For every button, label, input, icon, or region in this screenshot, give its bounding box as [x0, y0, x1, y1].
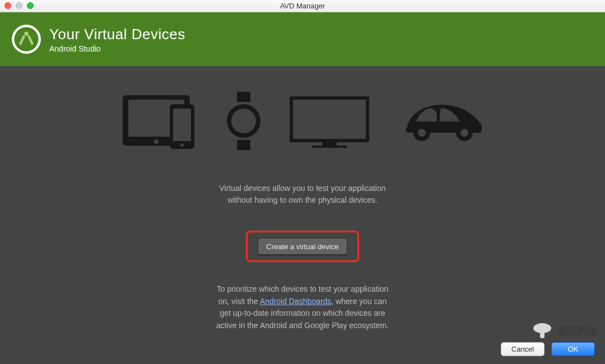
svg-point-20: [418, 129, 426, 137]
main-panel: Virtual devices allow you to test your a…: [0, 66, 605, 364]
info-line: on, visit the: [218, 297, 260, 306]
svg-rect-11: [237, 92, 250, 102]
window-title: AVD Manager: [0, 2, 605, 10]
description-line: without having to own the physical devic…: [227, 195, 378, 204]
car-icon: [397, 97, 483, 147]
svg-rect-18: [312, 146, 347, 148]
tv-icon: [287, 92, 371, 152]
svg-rect-16: [293, 100, 366, 139]
info-text: To prioritize which devices to test your…: [0, 283, 605, 332]
svg-point-22: [460, 129, 468, 137]
info-line: To prioritize which devices to test your…: [217, 284, 389, 293]
android-dashboards-link[interactable]: Android Dashboards: [260, 297, 332, 306]
ok-button[interactable]: OK: [551, 342, 595, 356]
svg-point-2: [24, 32, 29, 36]
info-line: get up-to-date information on which devi…: [220, 309, 385, 318]
page-subtitle: Android Studio: [49, 44, 185, 53]
svg-rect-12: [237, 140, 250, 150]
svg-point-1: [14, 27, 38, 51]
svg-rect-24: [540, 332, 544, 338]
svg-rect-17: [322, 142, 337, 146]
svg-rect-9: [173, 109, 191, 141]
device-illustration-row: [0, 66, 605, 152]
svg-point-10: [180, 143, 184, 147]
highlight-ring: Create a virtual device: [246, 231, 359, 262]
android-studio-icon: [11, 24, 41, 54]
watch-icon: [226, 92, 262, 152]
page-title: Your Virtual Devices: [49, 26, 185, 43]
description-line: Virtual devices allow you to test your a…: [219, 184, 385, 193]
svg-point-14: [231, 109, 256, 133]
dialog-footer: Cancel OK: [501, 342, 595, 356]
description-text: Virtual devices allow you to test your a…: [0, 183, 605, 206]
info-line: active in the Android and Google Play ec…: [216, 321, 389, 330]
phone-tablet-icon: [122, 92, 200, 152]
window-titlebar: AVD Manager: [0, 0, 605, 12]
svg-point-7: [154, 139, 159, 144]
dialog-header: Your Virtual Devices Android Studio: [0, 12, 605, 66]
create-virtual-device-button[interactable]: Create a virtual device: [258, 238, 347, 255]
info-line: , where you can: [331, 297, 387, 306]
cancel-button[interactable]: Cancel: [501, 342, 544, 356]
